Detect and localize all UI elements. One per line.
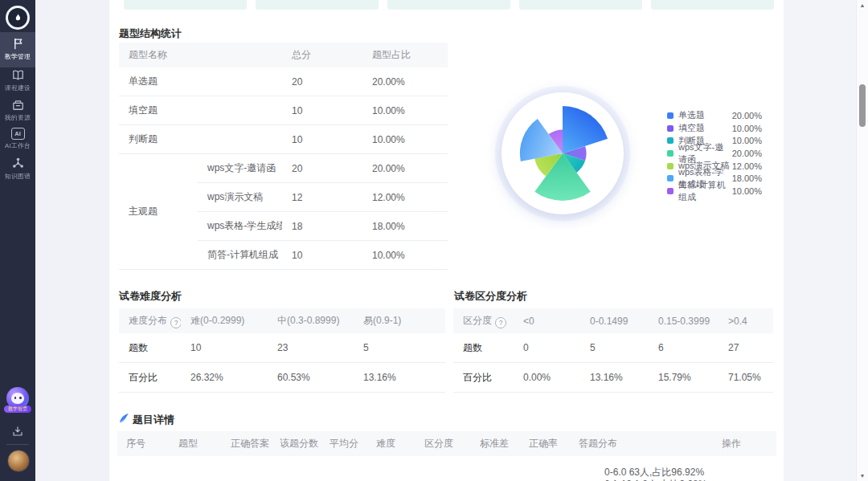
cell: 60.53% — [268, 363, 354, 393]
sidebar-item-knowledge-graph[interactable]: 知识图谱 — [0, 157, 35, 181]
legend-item[interactable]: 单选题 20.00% — [667, 109, 762, 122]
sidebar-item-label: AI工作台 — [2, 141, 34, 150]
graph-icon — [11, 157, 25, 170]
cell: 13.16% — [354, 363, 445, 393]
legend-item[interactable]: 填空题 10.00% — [667, 122, 762, 135]
section-title-difficulty: 试卷难度分析 — [119, 289, 182, 304]
scrollbar[interactable]: ▲ ▼ — [856, 0, 868, 481]
cell: 0.00% — [514, 363, 580, 393]
cell-score: 20 — [282, 67, 362, 96]
cell: 5 — [580, 333, 649, 363]
flag-icon — [11, 37, 25, 51]
cell-score: 12 — [282, 183, 362, 212]
table-row: 填空题 10 10.00% — [119, 96, 448, 125]
scrollbar-thumb[interactable] — [859, 84, 866, 127]
col-header: <0 — [514, 308, 580, 333]
legend-swatch — [667, 175, 674, 181]
legend-swatch — [667, 188, 674, 194]
row-label: 题数 — [119, 333, 181, 363]
sidebar-item-teaching[interactable]: 教学管理 — [0, 32, 35, 67]
legend-value: 12.00% — [732, 161, 762, 171]
col-header: 正确答案 — [222, 437, 271, 450]
table-row: 题数 10 23 5 — [119, 333, 445, 363]
legend-value: 20.00% — [732, 149, 762, 158]
cell-group-name: 主观题 — [119, 154, 198, 270]
table-row: 百分比 0.00% 13.16% 15.79% 71.05% — [453, 363, 773, 393]
legend-value: 18.00% — [732, 173, 762, 183]
legend-value: 10.00% — [732, 186, 762, 196]
sidebar-item-label: 我的资源 — [2, 113, 34, 122]
table-header-row: 题型名称 总分 题型占比 — [119, 43, 448, 67]
cell-score: 10 — [282, 241, 362, 270]
col-header: 难度 — [367, 437, 416, 450]
col-header: 题型 — [170, 437, 222, 450]
legend-item[interactable]: wps文字-邀请函 20.00% — [667, 147, 762, 160]
rose-chart[interactable] — [486, 77, 639, 230]
legend-swatch — [667, 163, 674, 169]
col-header: 题型名称 — [119, 43, 282, 67]
cell: 27 — [719, 333, 773, 363]
cell: 23 — [268, 333, 354, 363]
section-title-structure: 题型结构统计 — [119, 26, 182, 41]
sidebar-divider — [6, 444, 29, 445]
top-card-remnant — [651, 0, 774, 10]
top-card-remnant — [387, 0, 510, 10]
help-icon[interactable]: ? — [495, 317, 506, 328]
col-header: 0.15-0.3999 — [649, 308, 719, 333]
col-header: 中(0.3-0.8999) — [268, 308, 354, 333]
sidebar-item-label: 知识图谱 — [2, 172, 34, 181]
col-header: 标准差 — [471, 437, 520, 450]
col-header: 正确率 — [520, 437, 570, 450]
row-label: 题数 — [453, 333, 514, 363]
col-header: 总分 — [282, 43, 362, 67]
cell-name: 判断题 — [119, 125, 282, 154]
col-header: 序号 — [117, 437, 170, 450]
col-header: 难(0-0.2999) — [181, 308, 268, 333]
cell-pct: 12.00% — [362, 183, 448, 212]
details-header-row: 序号 题型 正确答案 该题分数 平均分 难度 区分度 标准差 正确率 答题分布 … — [117, 431, 776, 456]
col-header: 答题分布 — [570, 437, 713, 450]
row-label: 百分比 — [453, 363, 514, 393]
table-header-row: 区分度? <0 0-0.1499 0.15-0.3999 >0.4 — [453, 308, 773, 333]
cell-pct: 10.00% — [362, 96, 448, 125]
toolbox-icon — [11, 98, 25, 112]
table-row: 判断题 10 10.00% — [119, 125, 448, 154]
legend-label: 单选题 — [678, 109, 705, 121]
col-header: 0-0.1499 — [580, 308, 649, 333]
top-card-remnant — [519, 0, 642, 10]
col-header: 操作 — [713, 437, 776, 450]
app-logo[interactable] — [6, 6, 30, 30]
col-header: 题型占比 — [362, 43, 448, 67]
sidebar-item-resources[interactable]: 我的资源 — [0, 98, 35, 123]
col-header: 平均分 — [321, 437, 367, 450]
section-title-discrimination: 试卷区分度分析 — [454, 289, 527, 304]
cell-subname: wps文字-邀请函 — [198, 154, 282, 183]
scroll-down-icon[interactable]: ▼ — [857, 473, 868, 479]
cell-subname: 简答-计算机组成 — [198, 241, 282, 270]
chart-legend: 单选题 20.00% 填空题 10.00% 判断题 10.00% wps文字-邀… — [667, 109, 762, 198]
download-icon[interactable] — [11, 425, 24, 438]
legend-item[interactable]: 简答-计算机组成 10.00% — [667, 185, 762, 198]
cell-score: 18 — [282, 212, 362, 241]
discrimination-table: 区分度? <0 0-0.1499 0.15-0.3999 >0.4 题数 0 5… — [453, 308, 773, 393]
legend-swatch — [667, 137, 674, 144]
col-header: 区分度 — [416, 437, 471, 450]
cell-pct: 18.00% — [362, 212, 448, 241]
col-header: 难度分布? — [119, 308, 181, 333]
col-header: >0.4 — [719, 308, 773, 333]
table-header-row: 难度分布? 难(0-0.2999) 中(0.3-0.8999) 易(0.9-1) — [119, 308, 445, 333]
sidebar-item-label: 课程建设 — [2, 84, 34, 92]
scroll-up-icon[interactable]: ▲ — [857, 2, 868, 8]
sidebar: 教学管理 课程建设 我的资源 AI AI工作台 知识图谱 教学智囊 — [0, 0, 35, 481]
table-row: 单选题 20 20.00% — [119, 67, 448, 96]
sidebar-item-ai-workbench[interactable]: AI AI工作台 — [0, 127, 35, 151]
section-feather-icon — [119, 413, 129, 423]
help-icon[interactable]: ? — [170, 317, 181, 328]
mascot-face-icon — [11, 393, 24, 404]
user-avatar[interactable] — [7, 450, 30, 472]
col-header: 该题分数 — [271, 437, 321, 450]
top-card-remnant — [256, 0, 379, 10]
sidebar-item-course[interactable]: 课程建设 — [0, 68, 35, 93]
book-icon — [11, 68, 25, 82]
answer-distribution-cell: 0-6.0 63人,占比96.92% 6.1-12.1 2人,占比3.08% — [604, 467, 706, 481]
